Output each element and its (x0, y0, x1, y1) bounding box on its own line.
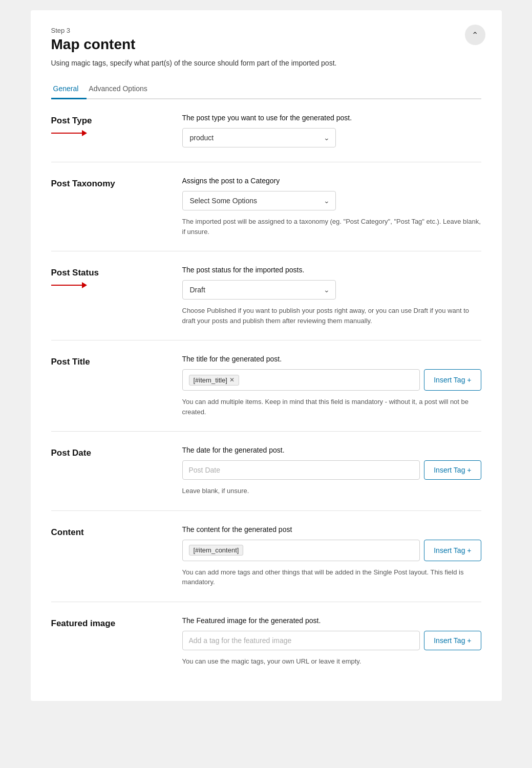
post-title-section: Post Title The title for the generated p… (51, 340, 481, 432)
post-taxonomy-label: Post Taxonomy (51, 179, 115, 188)
post-status-field-title: The post status for the imported posts. (182, 266, 481, 274)
arrow-line-status (51, 285, 82, 286)
post-type-arrow (51, 130, 174, 136)
page-title: Map content (51, 36, 481, 53)
arrow-head-status (82, 282, 87, 288)
featured-image-section: Featured image The Featured image for th… (51, 602, 481, 681)
post-status-label: Post Status (51, 268, 99, 278)
post-title-tag-value: [#item_title] (194, 376, 227, 384)
featured-image-input-row: Insert Tag + (182, 631, 481, 650)
post-status-arrow (51, 282, 174, 288)
featured-image-insert-tag-button[interactable]: Insert Tag + (424, 631, 481, 650)
post-date-input[interactable] (182, 460, 420, 480)
post-date-hint: Leave blank, if unsure. (182, 486, 481, 496)
page-description: Using magic tags, specify what part(s) o… (51, 59, 481, 67)
content-hint: You can add more tags and other things t… (182, 567, 481, 587)
content-input-box[interactable]: [#item_content] (182, 540, 420, 561)
post-title-hint: You can add multiple items. Keep in mind… (182, 397, 481, 417)
content-field-title: The content for the generated post (182, 525, 481, 534)
post-status-select-container: Draft Published ⌄ (182, 280, 336, 300)
featured-image-field-title: The Featured image for the generated pos… (182, 616, 481, 625)
post-taxonomy-section: Post Taxonomy Assigns the post to a Cate… (51, 162, 481, 251)
main-card: ⌃ Step 3 Map content Using magic tags, s… (31, 10, 502, 701)
post-type-label: Post Type (51, 116, 92, 125)
post-date-field-title: The date for the generated post. (182, 446, 481, 454)
content-tag-value: [#item_content] (194, 546, 239, 554)
post-title-input-row: [#item_title] ✕ Insert Tag + (182, 369, 481, 391)
post-type-select[interactable]: product post page (182, 128, 336, 147)
chevron-up-icon: ⌃ (472, 30, 478, 40)
tabs-container: General Advanced Options (51, 79, 481, 99)
post-taxonomy-hint: The imported post will be assigned to a … (182, 217, 481, 237)
featured-image-input[interactable] (182, 631, 420, 650)
featured-image-hint: You can use the magic tags, your own URL… (182, 656, 481, 667)
post-title-tag-remove[interactable]: ✕ (229, 377, 235, 383)
post-title-tag-chip: [#item_title] ✕ (189, 375, 239, 386)
post-type-section: Post Type The post type you want to use … (51, 99, 481, 162)
post-date-insert-tag-button[interactable]: Insert Tag + (424, 460, 481, 480)
arrow-head (82, 130, 87, 136)
post-status-select[interactable]: Draft Published (182, 280, 336, 300)
post-type-field-title: The post type you want to use for the ge… (182, 114, 481, 122)
post-title-label: Post Title (51, 357, 90, 367)
post-taxonomy-select[interactable]: Select Some Options (182, 191, 336, 210)
step-label: Step 3 (51, 27, 481, 34)
collapse-button[interactable]: ⌃ (465, 25, 485, 45)
content-label: Content (51, 527, 84, 537)
post-taxonomy-field-title: Assigns the post to a Category (182, 177, 481, 185)
tab-general[interactable]: General (51, 79, 87, 99)
content-section: Content The content for the generated po… (51, 511, 481, 602)
post-date-input-row: Insert Tag + (182, 460, 481, 480)
post-status-section: Post Status The post status for the impo… (51, 251, 481, 340)
post-title-input-box[interactable]: [#item_title] ✕ (182, 369, 420, 391)
featured-image-label: Featured image (51, 618, 116, 628)
post-taxonomy-select-container: Select Some Options ⌄ (182, 191, 336, 210)
content-insert-tag-button[interactable]: Insert Tag + (424, 540, 481, 561)
post-date-section: Post Date The date for the generated pos… (51, 432, 481, 511)
post-status-hint: Choose Published if you want to publish … (182, 306, 481, 326)
post-title-field-title: The title for the generated post. (182, 355, 481, 363)
content-tag-chip: [#item_content] (189, 545, 244, 556)
post-title-insert-tag-button[interactable]: Insert Tag + (424, 369, 481, 391)
post-type-select-container: product post page ⌄ (182, 128, 336, 147)
tab-advanced[interactable]: Advanced Options (87, 79, 155, 99)
content-input-row: [#item_content] Insert Tag + (182, 540, 481, 561)
arrow-line (51, 133, 82, 134)
post-date-label: Post Date (51, 448, 91, 458)
